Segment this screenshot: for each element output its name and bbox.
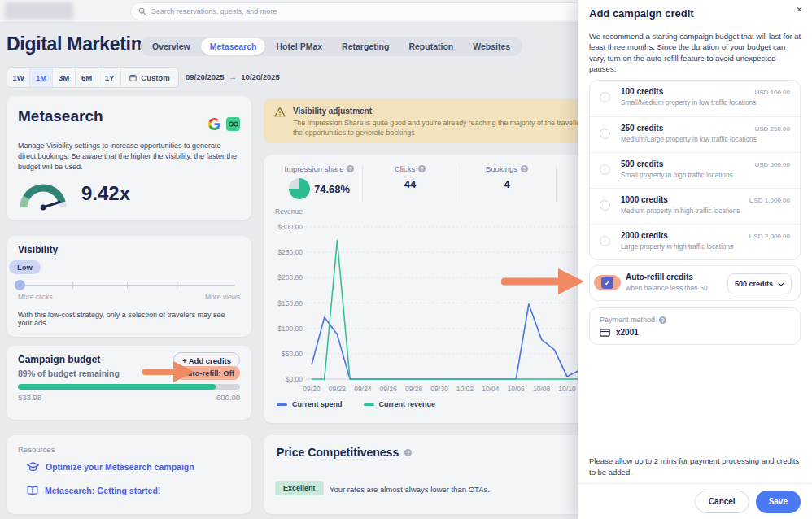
divider [556, 166, 557, 202]
option-description: Small/Medium property in low traffic loc… [621, 98, 790, 107]
campaign-budget-card: Campaign budget + Add credits 89% of bud… [7, 346, 251, 420]
budget-amounts: 533.98 600.00 [18, 393, 240, 402]
date-arrow-icon: → [229, 72, 237, 81]
stat-clicks: Clicks ? 44 [369, 164, 451, 190]
stat-label: Impression share [285, 164, 344, 173]
svg-text:$150.00: $150.00 [277, 299, 303, 307]
tab-metasearch[interactable]: Metasearch [201, 38, 266, 55]
dropdown-value: 500 credits [735, 280, 773, 288]
visibility-title: Visibility [18, 244, 240, 255]
resource-link-label: Metasearch: Getting started! [45, 486, 160, 495]
metasearch-card: Metasearch Manage Visibility settings to… [7, 96, 251, 220]
channel-icons [208, 117, 240, 131]
svg-text:09/22: 09/22 [329, 385, 347, 393]
stat-impression-share: Impression share ? 74.68% [277, 164, 362, 199]
preset-6m[interactable]: 6M [76, 68, 98, 87]
app-logo-blurred [5, 2, 73, 20]
price-rating-badge: Excellent [275, 481, 324, 495]
custom-label: Custom [141, 73, 169, 82]
help-icon[interactable]: ? [404, 449, 412, 456]
svg-text:09/20: 09/20 [303, 385, 321, 393]
credit-option-1000[interactable]: 1000 credits Medium property in high tra… [590, 188, 800, 224]
option-price: USD 500.00 [754, 161, 790, 168]
date-start: 09/20/2025 [186, 72, 225, 81]
add-campaign-credit-panel: Add campaign credit × We recommend a sta… [578, 0, 812, 519]
preset-1m[interactable]: 1M [30, 68, 53, 87]
help-icon[interactable]: ? [521, 165, 528, 172]
budget-progress-fill [18, 384, 216, 390]
help-icon[interactable]: ? [347, 165, 354, 172]
resources-card: Resources Optimize your Metasearch campa… [7, 435, 251, 514]
tab-websites[interactable]: Websites [464, 38, 519, 55]
radio-button[interactable] [600, 164, 610, 175]
tab-retargeting[interactable]: Retargeting [333, 38, 398, 55]
close-icon[interactable]: × [796, 3, 802, 15]
search-input[interactable] [151, 7, 579, 15]
option-description: Medium/Large property in low traffic loc… [621, 135, 790, 143]
auto-refill-checkbox[interactable]: ✓ [601, 277, 613, 289]
tab-hotel-pmax[interactable]: Hotel PMax [267, 38, 331, 55]
impression-share-pie [289, 178, 310, 199]
help-icon[interactable]: ? [659, 316, 666, 324]
option-price: USD 250.00 [754, 125, 790, 133]
svg-text:09/30: 09/30 [430, 385, 448, 393]
slider-label-left: More clicks [18, 293, 53, 301]
preset-custom[interactable]: Custom [121, 68, 178, 87]
cancel-button[interactable]: Cancel [695, 491, 749, 513]
radio-button[interactable] [600, 129, 610, 139]
svg-text:09/28: 09/28 [405, 385, 423, 393]
save-button[interactable]: Save [756, 491, 801, 513]
stat-value: 44 [404, 178, 416, 190]
stat-label: Clicks [395, 164, 415, 173]
banner-title: Visibility adjustment [293, 107, 372, 116]
calendar-icon [129, 74, 137, 81]
svg-text:$250.00: $250.00 [277, 248, 303, 256]
slider-handle[interactable] [15, 280, 25, 290]
svg-text:10/02: 10/02 [456, 385, 474, 393]
credit-options-list: 100 credits Small/Medium property in low… [589, 80, 801, 260]
svg-text:10/04: 10/04 [482, 385, 500, 393]
page-title: Digital Marketing [7, 33, 153, 55]
refill-amount-dropdown[interactable]: 500 credits [727, 273, 792, 294]
radio-button[interactable] [600, 200, 610, 211]
visibility-slider[interactable] [18, 285, 235, 286]
price-rating-text: Your rates are almost always lower than … [330, 485, 490, 494]
credit-option-250[interactable]: 250 credits Medium/Large property in low… [590, 116, 800, 152]
divider [362, 166, 363, 202]
radio-button[interactable] [600, 92, 610, 102]
option-price: USD 100.00 [754, 89, 790, 96]
panel-footer: Cancel Save [578, 483, 812, 519]
preset-1w[interactable]: 1W [7, 68, 30, 87]
search-icon [138, 7, 146, 15]
slider-tick [127, 282, 128, 289]
resource-link-optimize[interactable]: Optimize your Metasearch campaign [27, 462, 194, 472]
visibility-description: With this low-cost strategy, only a sele… [18, 311, 240, 327]
tab-reputation[interactable]: Reputation [399, 38, 462, 55]
svg-text:$50.00: $50.00 [282, 350, 303, 358]
option-description: Medium property in high traffic location… [621, 207, 790, 215]
svg-text:$0.00: $0.00 [286, 375, 303, 383]
panel-note: Please allow up to 2 mins for payment pr… [589, 456, 804, 478]
help-icon[interactable]: ? [418, 165, 426, 172]
auto-refill-subtitle: when balance less than 50 [626, 284, 708, 292]
panel-intro: We recommend a starting campaign budget … [589, 31, 802, 75]
date-range-display: 09/20/2025 → 10/20/2025 [186, 72, 280, 81]
credit-option-500[interactable]: 500 credits Small property in high traff… [590, 152, 800, 188]
svg-text:09/24: 09/24 [354, 385, 372, 393]
radio-button[interactable] [600, 236, 610, 246]
resource-link-getting-started[interactable]: Metasearch: Getting started! [27, 486, 160, 495]
preset-3m[interactable]: 3M [53, 68, 76, 87]
credit-option-100[interactable]: 100 credits Small/Medium property in low… [590, 81, 800, 116]
svg-text:10/06: 10/06 [508, 385, 526, 393]
payment-label: Payment method [600, 316, 655, 324]
preset-1y[interactable]: 1Y [98, 68, 121, 87]
credit-option-2000[interactable]: 2000 credits Large property in high traf… [590, 224, 800, 260]
global-search[interactable] [130, 2, 587, 20]
section-tabs: Overview Metasearch Hotel PMax Retargeti… [140, 37, 522, 56]
auto-refill-title: Auto-refill credits [626, 273, 693, 281]
svg-text:10/10: 10/10 [558, 385, 576, 393]
payment-method-section: Payment method ? x2001 [589, 307, 801, 345]
price-card-title: Price Competitiveness [277, 446, 399, 459]
svg-text:$300.00: $300.00 [277, 223, 303, 231]
tab-overview[interactable]: Overview [143, 38, 199, 55]
